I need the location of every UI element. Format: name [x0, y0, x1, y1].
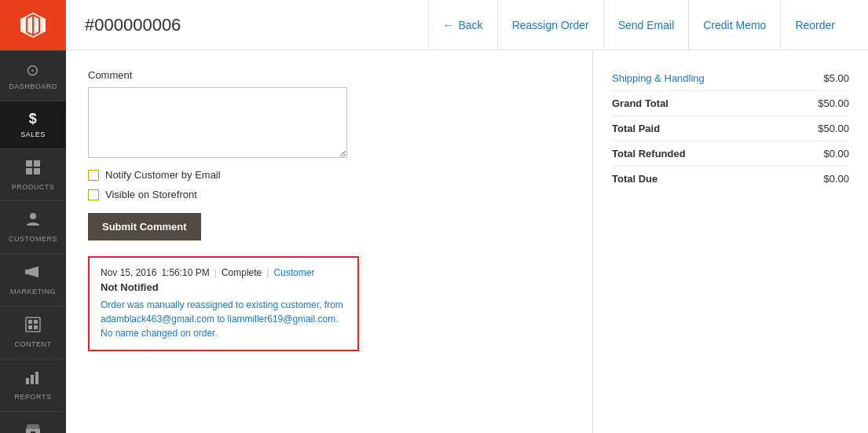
sidebar-item-label: SALES: [20, 130, 46, 139]
history-separator-2: |: [266, 267, 269, 278]
left-panel: Comment Notify Customer by Email Visible…: [66, 50, 593, 433]
notify-checkbox-row: Notify Customer by Email: [88, 169, 570, 181]
reports-icon: [24, 369, 42, 390]
svg-rect-7: [28, 320, 32, 324]
marketing-icon: [24, 263, 42, 284]
total-refunded-label: Total Refunded: [612, 148, 686, 160]
svg-rect-8: [34, 320, 38, 324]
history-date: Nov 15, 2016: [101, 267, 156, 278]
right-panel: Shipping & Handling $5.00 Grand Total $5…: [593, 50, 868, 433]
topbar: #000000006 ← Back Reassign Order Send Em…: [66, 0, 868, 50]
sidebar-item-dashboard[interactable]: ⊙ DASHBOARD: [0, 50, 66, 101]
shipping-value: $5.00: [823, 72, 849, 84]
shipping-handling-label[interactable]: Shipping & Handling: [612, 72, 705, 84]
back-arrow-icon: ←: [443, 19, 454, 31]
summary-row-grand-total: Grand Total $50.00: [612, 91, 849, 116]
sidebar-item-label: CONTENT: [15, 340, 52, 349]
sales-icon: $: [29, 111, 38, 127]
sidebar-item-reports[interactable]: REPORTS: [0, 358, 66, 411]
history-box: Nov 15, 2016 1:56:10 PM | Complete | Cus…: [88, 256, 359, 351]
svg-rect-13: [35, 372, 38, 384]
summary-row-total-paid: Total Paid $50.00: [612, 116, 849, 141]
stores-icon: [24, 421, 42, 433]
back-button[interactable]: ← Back: [428, 0, 497, 50]
sidebar-item-stores[interactable]: STORES: [0, 411, 66, 433]
notify-label[interactable]: Notify Customer by Email: [105, 169, 221, 181]
main-area: #000000006 ← Back Reassign Order Send Em…: [66, 0, 868, 433]
total-refunded-value: $0.00: [823, 148, 849, 160]
sidebar: ⊙ DASHBOARD $ SALES PRODUCTS CUSTOMERS: [0, 0, 66, 433]
grand-total-label: Grand Total: [612, 97, 668, 109]
history-time: 1:56:10 PM: [161, 267, 209, 278]
svg-rect-10: [34, 325, 38, 329]
sidebar-item-sales[interactable]: $ SALES: [0, 101, 66, 149]
history-separator-1: |: [214, 267, 217, 278]
grand-total-value: $50.00: [818, 97, 849, 109]
svg-rect-11: [26, 378, 29, 384]
svg-point-4: [30, 213, 36, 219]
reassign-order-button[interactable]: Reassign Order: [497, 0, 603, 50]
svg-rect-3: [34, 168, 40, 174]
sidebar-item-label: PRODUCTS: [12, 183, 55, 192]
history-message: Order was manually reassigned to existin…: [101, 298, 346, 340]
svg-rect-2: [26, 168, 32, 174]
total-due-label: Total Due: [612, 173, 657, 185]
svg-rect-12: [31, 375, 34, 384]
sidebar-item-label: DASHBOARD: [9, 83, 57, 91]
sidebar-item-label: MARKETING: [10, 288, 56, 296]
svg-rect-5: [25, 270, 28, 274]
sidebar-logo: [0, 0, 66, 50]
svg-rect-6: [26, 317, 40, 332]
order-number: #000000006: [85, 15, 181, 35]
comment-textarea[interactable]: [88, 87, 347, 158]
comment-label: Comment: [88, 69, 570, 81]
sidebar-item-label: CUSTOMERS: [9, 235, 57, 244]
content-area: Comment Notify Customer by Email Visible…: [66, 50, 868, 433]
sidebar-item-customers[interactable]: CUSTOMERS: [0, 200, 66, 253]
history-customer: Customer: [273, 267, 314, 278]
sidebar-item-marketing[interactable]: MARKETING: [0, 253, 66, 306]
topbar-actions: ← Back Reassign Order Send Email Credit …: [428, 0, 850, 50]
dashboard-icon: ⊙: [26, 61, 40, 79]
visible-label[interactable]: Visible on Storefront: [105, 189, 197, 200]
history-meta: Nov 15, 2016 1:56:10 PM | Complete | Cus…: [101, 267, 346, 278]
sidebar-item-products[interactable]: PRODUCTS: [0, 149, 66, 201]
sidebar-item-label: REPORTS: [15, 393, 52, 402]
svg-rect-9: [28, 325, 32, 329]
visible-checkbox[interactable]: [88, 189, 99, 200]
credit-memo-button[interactable]: Credit Memo: [688, 0, 780, 50]
sidebar-item-content[interactable]: CONTENT: [0, 306, 66, 358]
total-paid-label: Total Paid: [612, 123, 660, 134]
content-icon: [24, 316, 42, 337]
summary-row-shipping: Shipping & Handling $5.00: [612, 66, 849, 91]
svg-rect-1: [34, 160, 40, 167]
reorder-button[interactable]: Reorder: [780, 0, 849, 50]
customers-icon: [24, 211, 42, 232]
send-email-button[interactable]: Send Email: [603, 0, 689, 50]
history-status: Complete: [222, 267, 262, 278]
summary-row-total-due: Total Due $0.00: [612, 167, 849, 191]
notify-checkbox[interactable]: [88, 170, 99, 181]
total-due-value: $0.00: [823, 173, 849, 185]
visible-checkbox-row: Visible on Storefront: [88, 189, 570, 200]
svg-rect-0: [26, 160, 32, 167]
history-notified: Not Notified: [101, 281, 346, 293]
products-icon: [24, 159, 42, 180]
submit-comment-button[interactable]: Submit Comment: [88, 213, 201, 240]
total-paid-value: $50.00: [818, 123, 849, 134]
summary-row-total-refunded: Total Refunded $0.00: [612, 141, 849, 167]
